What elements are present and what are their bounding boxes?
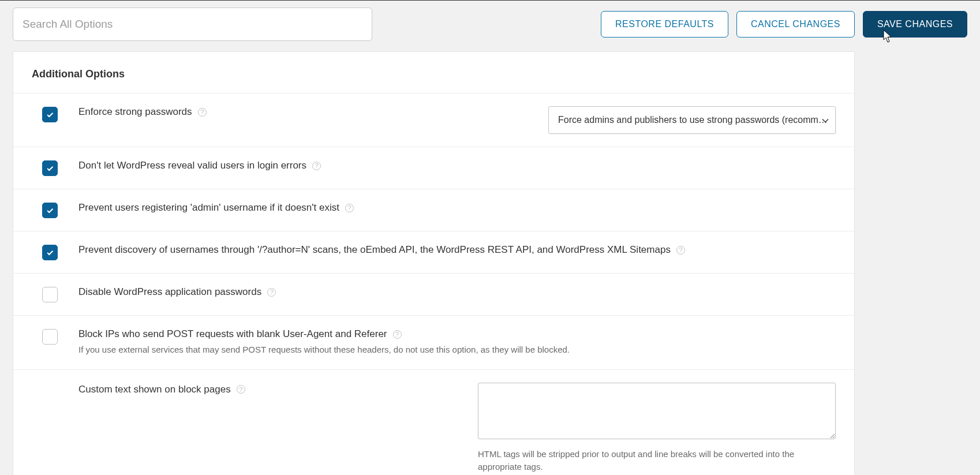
- checkbox-enforce-strong-passwords[interactable]: [42, 107, 58, 122]
- checkbox-disable-app-passwords[interactable]: [42, 287, 58, 302]
- option-label: Block IPs who send POST requests with bl…: [78, 328, 387, 339]
- select-value: Force admins and publishers to use stron…: [558, 115, 828, 125]
- help-icon[interactable]: ?: [345, 204, 354, 212]
- option-label: Enforce strong passwords: [78, 106, 192, 117]
- option-label: Disable WordPress application passwords: [78, 286, 261, 297]
- checkbox-prevent-username-discovery[interactable]: [42, 245, 58, 260]
- textarea-help-text: HTML tags will be stripped prior to outp…: [478, 448, 836, 474]
- help-icon[interactable]: ?: [198, 108, 207, 117]
- checkbox-block-blank-ua[interactable]: [42, 329, 58, 345]
- checkbox-reveal-valid-users[interactable]: [42, 160, 58, 176]
- option-label: Prevent discovery of usernames through '…: [78, 244, 671, 255]
- check-icon: [46, 206, 55, 215]
- option-sublabel: If you use external services that may se…: [78, 343, 836, 357]
- option-row-block-blank-ua: Block IPs who send POST requests with bl…: [13, 315, 854, 369]
- option-label: Prevent users registering 'admin' userna…: [78, 202, 339, 213]
- top-buttons: RESTORE DEFAULTS CANCEL CHANGES SAVE CHA…: [601, 11, 967, 38]
- cancel-changes-button[interactable]: CANCEL CHANGES: [736, 11, 855, 38]
- custom-block-text-input[interactable]: [478, 383, 836, 439]
- check-icon: [46, 110, 55, 119]
- option-row-reveal-valid-users: Don't let WordPress reveal valid users i…: [13, 147, 854, 189]
- help-icon[interactable]: ?: [312, 162, 321, 170]
- option-row-prevent-admin-username: Prevent users registering 'admin' userna…: [13, 189, 854, 231]
- option-row-prevent-username-discovery: Prevent discovery of usernames through '…: [13, 231, 854, 273]
- help-icon[interactable]: ?: [676, 246, 685, 255]
- save-changes-button[interactable]: SAVE CHANGES: [863, 11, 967, 38]
- help-icon[interactable]: ?: [393, 330, 402, 339]
- search-input[interactable]: [13, 8, 372, 41]
- help-icon[interactable]: ?: [237, 385, 245, 394]
- option-row-disable-app-passwords: Disable WordPress application passwords …: [13, 273, 854, 315]
- strong-password-select[interactable]: Force admins and publishers to use stron…: [548, 106, 836, 134]
- help-icon[interactable]: ?: [267, 288, 276, 297]
- options-panel: Additional Options Enforce strong passwo…: [13, 51, 855, 475]
- option-row-enforce-strong-passwords: Enforce strong passwords ? Force admins …: [13, 93, 854, 147]
- check-icon: [46, 164, 55, 173]
- checkbox-prevent-admin-username[interactable]: [42, 203, 58, 218]
- option-label: Custom text shown on block pages: [78, 384, 231, 395]
- restore-defaults-button[interactable]: RESTORE DEFAULTS: [601, 11, 728, 38]
- option-label: Don't let WordPress reveal valid users i…: [78, 160, 306, 171]
- option-row-custom-block-text: Custom text shown on block pages ? HTML …: [13, 369, 854, 476]
- section-title: Additional Options: [13, 52, 854, 93]
- check-icon: [46, 248, 55, 257]
- top-bar: RESTORE DEFAULTS CANCEL CHANGES SAVE CHA…: [0, 1, 980, 51]
